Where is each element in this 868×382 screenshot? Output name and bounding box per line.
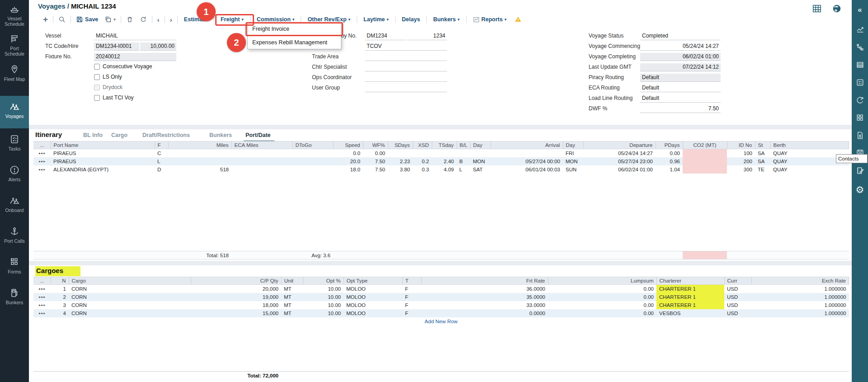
- cell[interactable]: 7.50: [363, 165, 388, 174]
- copy-icon[interactable]: ▾: [104, 16, 116, 23]
- column-header[interactable]: Miles: [168, 141, 231, 149]
- cell[interactable]: 10.00: [303, 301, 344, 309]
- cell[interactable]: MOLOO: [344, 293, 402, 301]
- search-icon[interactable]: [58, 16, 66, 23]
- cell[interactable]: MON: [470, 157, 491, 165]
- cell[interactable]: CORN: [69, 309, 191, 317]
- ops-coordinator-field[interactable]: [365, 74, 447, 82]
- cell[interactable]: B: [457, 157, 470, 165]
- cell[interactable]: PIRAEUS: [51, 149, 155, 157]
- refresh-icon[interactable]: [140, 16, 147, 23]
- row-menu-button[interactable]: •••: [33, 301, 51, 309]
- cell[interactable]: [231, 157, 292, 165]
- column-header[interactable]: CO2 (MT): [683, 141, 727, 149]
- cell[interactable]: USD: [724, 285, 751, 293]
- cell[interactable]: MT: [281, 293, 303, 301]
- column-header[interactable]: B/L: [457, 141, 470, 149]
- cell[interactable]: 0.0000: [421, 309, 548, 317]
- menu-laytime[interactable]: Laytime▾: [363, 16, 389, 23]
- cell[interactable]: 0.00: [656, 149, 683, 157]
- cell[interactable]: 10.00: [303, 285, 344, 293]
- column-header[interactable]: ECA Miles: [231, 141, 292, 149]
- column-header[interactable]: Frt Rate: [421, 277, 548, 285]
- cell[interactable]: 0.2: [413, 157, 432, 165]
- piracy-routing-field[interactable]: Default: [640, 74, 721, 82]
- cell[interactable]: 20.0: [333, 157, 363, 165]
- cell[interactable]: 05/24/24 14:27: [583, 149, 656, 157]
- last-update-gmt-field[interactable]: 07/22/24 14:12: [640, 63, 721, 71]
- settings-gear-icon[interactable]: ⚙: [852, 184, 868, 195]
- checkbox-box[interactable]: [94, 64, 100, 70]
- prev-button[interactable]: ‹: [157, 16, 160, 24]
- cell[interactable]: 18,000: [191, 301, 281, 309]
- row-menu-button[interactable]: •••: [33, 157, 51, 165]
- cell[interactable]: 05/27/24 23:00: [583, 157, 656, 165]
- menu-commission[interactable]: Commission▾: [257, 16, 295, 23]
- column-header[interactable]: WF%: [363, 141, 388, 149]
- network-icon[interactable]: [852, 43, 868, 52]
- cell[interactable]: [457, 149, 470, 157]
- tab-bunkers[interactable]: Bunkers: [209, 132, 232, 138]
- cell[interactable]: 15,000: [191, 309, 281, 317]
- column-header[interactable]: ID No: [727, 141, 755, 149]
- column-header[interactable]: DToGo: [292, 141, 333, 149]
- column-header[interactable]: Lumpsum: [548, 277, 656, 285]
- load-line-routing-field[interactable]: Default: [640, 94, 721, 103]
- cell[interactable]: D: [155, 165, 168, 174]
- voyage-completing-field[interactable]: 06/02/24 01:00: [640, 53, 721, 61]
- cell[interactable]: L: [155, 157, 168, 165]
- cell[interactable]: CHARTERER 1: [656, 301, 724, 309]
- cell[interactable]: 100: [727, 149, 755, 157]
- cell[interactable]: CORN: [69, 293, 191, 301]
- cell[interactable]: 35.0000: [421, 293, 548, 301]
- tab-cargo[interactable]: Cargo: [111, 132, 127, 138]
- cell[interactable]: [168, 149, 231, 157]
- cell[interactable]: [388, 149, 413, 157]
- sidebar-item-bunkers[interactable]: Bunkers: [0, 288, 29, 305]
- cell[interactable]: 2.23: [388, 157, 413, 165]
- cell[interactable]: 10.00: [303, 293, 344, 301]
- cell[interactable]: L: [457, 165, 470, 174]
- column-header[interactable]: N: [51, 277, 69, 285]
- column-header[interactable]: Unit: [281, 277, 303, 285]
- checklist-icon[interactable]: [852, 78, 868, 87]
- row-menu-button[interactable]: •••: [33, 309, 51, 317]
- tab-port-date[interactable]: Port/Date: [245, 132, 271, 138]
- vessel-field[interactable]: MICHAIL: [94, 32, 176, 40]
- cell[interactable]: MT: [281, 285, 303, 293]
- cell[interactable]: [683, 165, 727, 174]
- cell[interactable]: 33.0000: [421, 301, 548, 309]
- cell[interactable]: 200: [727, 157, 755, 165]
- cell[interactable]: MOLOO: [344, 285, 402, 293]
- column-header[interactable]: C/P Qty: [191, 277, 281, 285]
- notebook-edit-icon[interactable]: [852, 166, 868, 175]
- cell[interactable]: ALEXANDRIA (EGYPT): [51, 165, 155, 174]
- cell[interactable]: 10.00: [303, 309, 344, 317]
- ls-only-checkbox[interactable]: LS Only: [94, 74, 122, 80]
- tab-bl-info[interactable]: BL Info: [83, 132, 103, 138]
- sidebar-item-tasks[interactable]: Tasks: [0, 134, 29, 151]
- column-header[interactable]: PDays: [656, 141, 683, 149]
- column-header[interactable]: Port Name: [51, 141, 155, 149]
- checkbox-box[interactable]: [94, 95, 100, 101]
- column-header[interactable]: TSday: [432, 141, 457, 149]
- cell[interactable]: USD: [724, 301, 751, 309]
- cell[interactable]: SAT: [470, 165, 491, 174]
- sidebar-item-port-calls[interactable]: Port Calls: [0, 226, 29, 244]
- column-header[interactable]: St: [755, 141, 770, 149]
- cell[interactable]: 05/27/24 00:00: [491, 157, 563, 165]
- cell[interactable]: F: [402, 301, 421, 309]
- cell[interactable]: MT: [281, 309, 303, 317]
- column-header[interactable]: Day: [470, 141, 491, 149]
- cell[interactable]: MON: [563, 157, 583, 165]
- grid-view-icon[interactable]: [812, 4, 822, 14]
- cell[interactable]: 300: [727, 165, 755, 174]
- column-header[interactable]: XSD: [413, 141, 432, 149]
- cell[interactable]: CORN: [69, 285, 191, 293]
- collapse-panel-icon[interactable]: «: [852, 5, 868, 14]
- apps-grid-icon[interactable]: [852, 113, 868, 122]
- cell[interactable]: FRI: [563, 149, 583, 157]
- cell[interactable]: C: [155, 149, 168, 157]
- cell[interactable]: CHARTERER 1: [656, 285, 724, 293]
- column-header[interactable]: ...: [33, 277, 51, 285]
